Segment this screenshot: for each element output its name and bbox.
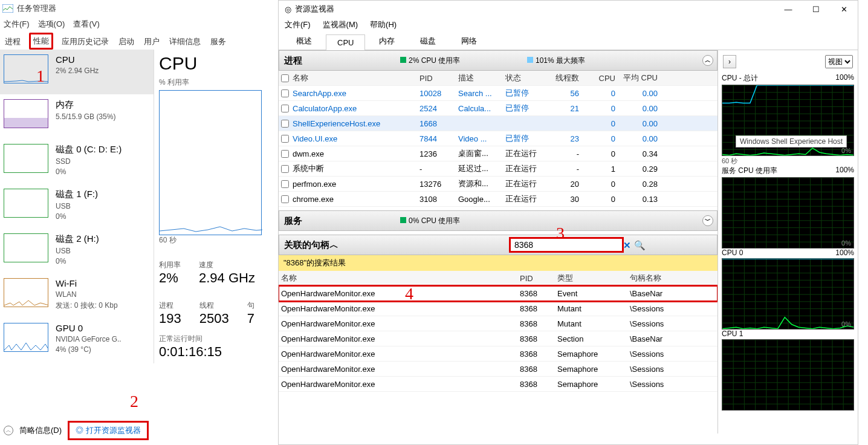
taskman-menubar: 文件(F) 选项(O) 查看(V) [0, 17, 278, 31]
expand-icon[interactable]: ﹀ [702, 215, 713, 226]
row-checkbox[interactable] [281, 120, 289, 128]
resmon-menubar: 文件(F) 监视器(M) 帮助(H) [279, 18, 858, 32]
process-row[interactable]: chrome.exe3108Google...正在运行3000.13 [279, 192, 717, 207]
tab-overview[interactable]: 概述 [285, 32, 323, 50]
handle-row[interactable]: OpenHardwareMonitor.exe8368Semaphore\Ses… [279, 362, 717, 377]
view-select[interactable]: 视图 [825, 55, 853, 68]
menu-help[interactable]: 帮助(H) [370, 19, 397, 30]
row-checkbox[interactable] [281, 195, 289, 203]
menu-file[interactable]: 文件(F) [4, 19, 30, 30]
clear-search-icon[interactable]: ✕ [623, 240, 631, 251]
process-row[interactable]: perfmon.exe13276资源和...正在运行2000.28 [279, 177, 717, 192]
handle-row[interactable]: OpenHardwareMonitor.exe8368Mutant\Sessio… [279, 301, 717, 316]
handles-table-header: 名称 PID 类型 句柄名称 [279, 271, 717, 286]
graph-3: CPU 1 [722, 330, 854, 411]
process-table: 名称 PID 描述 状态 线程数 CPU 平均 CPU SearchApp.ex… [279, 71, 717, 207]
search-result-banner: "8368"的搜索结果 [279, 255, 717, 271]
resmon-titlebar: ◎ 资源监视器 — ☐ ✕ [279, 1, 858, 18]
graph-1: 服务 CPU 使用率100%0% [722, 166, 854, 248]
tab-services[interactable]: 服务 [209, 34, 227, 50]
tab-performance[interactable]: 性能 [29, 33, 53, 50]
search-icon[interactable]: 🔍 [634, 240, 646, 251]
handle-row[interactable]: OpenHardwareMonitor.exe8368Event\BaseNar [279, 286, 717, 301]
tab-startup[interactable]: 启动 [117, 34, 135, 50]
graph-2: CPU 0100%0% [722, 248, 854, 330]
perf-main: CPU % 利用率 60 秒 利用率2% 速度2.94 GHz 进程193 线程… [154, 50, 278, 363]
tab-network[interactable]: 网络 [450, 32, 488, 50]
perf-sidebar: CPU2% 2.94 GHz 内存5.5/15.9 GB (35%) 磁盘 0 … [0, 50, 154, 363]
resmon-icon: ◎ [76, 426, 83, 435]
util-label: % 利用率 [159, 77, 273, 88]
cpu-chart [159, 90, 262, 235]
graphs-pane: › 视图 CPU - 总计100%0%60 秒服务 CPU 使用率100%0%C… [717, 50, 858, 434]
less-details-icon[interactable]: ︿ [4, 426, 13, 435]
uptime-value: 0:01:16:15 [159, 344, 273, 360]
handle-row[interactable]: OpenHardwareMonitor.exe8368Semaphore\Ses… [279, 377, 717, 392]
tab-users[interactable]: 用户 [143, 34, 161, 50]
sidebar-item-disk1[interactable]: 磁盘 1 (F:)USB0% [0, 184, 154, 229]
resmon-icon: ◎ [285, 5, 291, 14]
handle-row[interactable]: OpenHardwareMonitor.exe8368Mutant\Sessio… [279, 316, 717, 331]
taskman-footer: ︿ 简略信息(D) ◎ 打开资源监视器 [4, 421, 149, 440]
collapse-graphs-button[interactable]: › [723, 55, 736, 68]
process-row[interactable]: CalculatorApp.exe2524Calcula...已暂停2100.0… [279, 101, 717, 116]
handle-row[interactable]: OpenHardwareMonitor.exe8368Semaphore\Ses… [279, 346, 717, 362]
taskman-titlebar: 任务管理器 [0, 0, 278, 17]
less-details-label[interactable]: 简略信息(D) [19, 425, 62, 436]
sidebar-item-memory[interactable]: 内存5.5/15.9 GB (35%) [0, 94, 154, 139]
handles-panel-header[interactable]: 关联的句柄 ✕ 🔍 ︿ [279, 235, 717, 255]
menu-options[interactable]: 选项(O) [38, 19, 65, 30]
taskman-title-text: 任务管理器 [17, 3, 56, 14]
close-button[interactable]: ✕ [830, 1, 858, 18]
handles-table: 名称 PID 类型 句柄名称 OpenHardwareMonitor.exe83… [279, 271, 717, 392]
services-panel-header[interactable]: 服务 0% CPU 使用率 ﹀ [279, 210, 717, 231]
sidebar-item-wifi[interactable]: Wi-FiWLAN发送: 0 接收: 0 Kbp [0, 273, 154, 318]
process-row[interactable]: Video.UI.exe7844Video ...已暂停2300.00 [279, 131, 717, 146]
tab-memory[interactable]: 内存 [368, 32, 406, 50]
row-checkbox[interactable] [281, 165, 289, 173]
tab-details[interactable]: 详细信息 [168, 34, 202, 50]
menu-view[interactable]: 查看(V) [73, 19, 99, 30]
tab-processes[interactable]: 进程 [4, 34, 22, 50]
handle-row[interactable]: OpenHardwareMonitor.exe8368Section\BaseN… [279, 331, 717, 346]
taskman-tabs: 进程 性能 应用历史记录 启动 用户 详细信息 服务 [0, 31, 278, 50]
tab-apphistory[interactable]: 应用历史记录 [60, 34, 110, 50]
sidebar-item-cpu[interactable]: CPU2% 2.94 GHz [0, 50, 154, 94]
open-resource-monitor-link[interactable]: ◎ 打开资源监视器 [68, 421, 149, 440]
resource-monitor-window: ◎ 资源监视器 — ☐ ✕ 文件(F) 监视器(M) 帮助(H) 概述 CPU … [278, 0, 858, 445]
menu-monitor[interactable]: 监视器(M) [323, 19, 358, 30]
sidebar-item-disk0[interactable]: 磁盘 0 (C: D: E:)SSD0% [0, 139, 154, 184]
perf-cpu-title: CPU [159, 53, 273, 74]
sidebar-item-disk2[interactable]: 磁盘 2 (H:)USB0% [0, 229, 154, 273]
window-buttons: — ☐ ✕ [774, 1, 858, 18]
process-row[interactable]: SearchApp.exe10028Search ...已暂停5600.00 [279, 86, 717, 101]
row-checkbox[interactable] [281, 150, 289, 158]
graph-0: CPU - 总计100%0%60 秒 [722, 73, 854, 166]
resmon-tabs: 概述 CPU 内存 磁盘 网络 [279, 32, 858, 50]
process-row[interactable]: dwm.exe1236桌面窗...正在运行-00.34 [279, 146, 717, 161]
handles-search-input[interactable] [509, 237, 624, 253]
menu-file[interactable]: 文件(F) [285, 19, 311, 30]
minimize-button[interactable]: — [774, 1, 802, 18]
taskman-icon [2, 4, 13, 13]
sidebar-item-gpu[interactable]: GPU 0NVIDIA GeForce G..4% (39 °C) [0, 318, 154, 363]
resmon-title-text: 资源监视器 [295, 4, 334, 15]
row-checkbox[interactable] [281, 135, 289, 143]
process-row[interactable]: 系统中断-延迟过...正在运行-10.29 [279, 161, 717, 177]
row-checkbox[interactable] [281, 180, 289, 188]
process-row[interactable]: ShellExperienceHost.exe166800.00 [279, 116, 717, 131]
chart-xlabel: 60 秒 [159, 235, 273, 245]
tab-cpu[interactable]: CPU [326, 34, 365, 50]
process-table-header: 名称 PID 描述 状态 线程数 CPU 平均 CPU [279, 71, 717, 86]
row-checkbox[interactable] [281, 105, 289, 112]
row-checkbox[interactable] [281, 89, 289, 97]
uptime-label: 正常运行时间 [159, 334, 273, 344]
maximize-button[interactable]: ☐ [802, 1, 830, 18]
processes-panel-header[interactable]: 进程 2% CPU 使用率 101% 最大频率 ︿ [279, 50, 717, 71]
collapse-icon[interactable]: ︿ [329, 239, 338, 251]
collapse-icon[interactable]: ︿ [702, 55, 713, 66]
task-manager-window: 任务管理器 文件(F) 选项(O) 查看(V) 进程 性能 应用历史记录 启动 … [0, 0, 278, 445]
select-all-checkbox[interactable] [281, 74, 289, 82]
tab-disk[interactable]: 磁盘 [409, 32, 447, 50]
